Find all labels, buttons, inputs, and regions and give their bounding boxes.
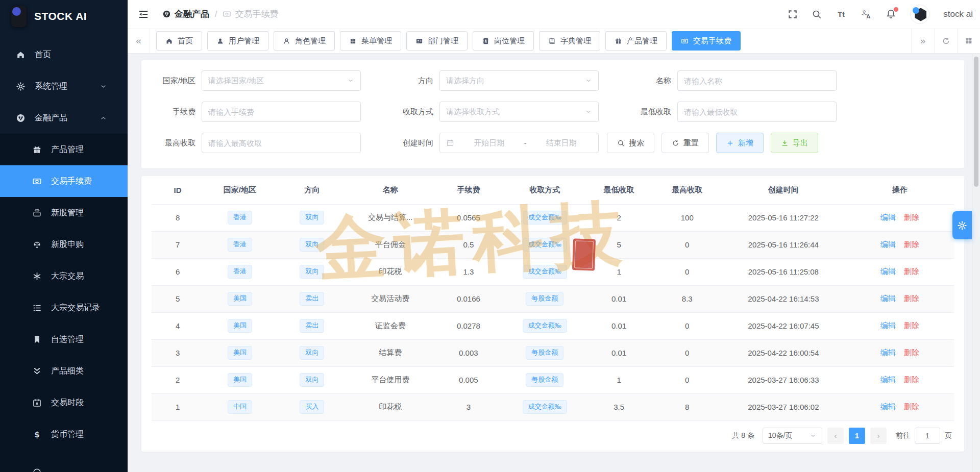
min-charge-input[interactable] xyxy=(677,102,837,122)
edit-link[interactable]: 编辑 xyxy=(880,402,896,411)
book-icon xyxy=(548,37,556,45)
fullscreen-icon[interactable] xyxy=(788,9,798,19)
search-button[interactable]: 搜索 xyxy=(607,133,654,153)
language-icon[interactable]: 文A xyxy=(861,9,872,20)
tab[interactable]: 交易手续费 xyxy=(672,31,741,51)
sidebar-subitem[interactable]: 自选管理 xyxy=(0,324,128,355)
name-input[interactable] xyxy=(677,70,837,91)
tab[interactable]: 用户管理 xyxy=(207,31,268,51)
sidebar-subitem[interactable]: 大宗交易 xyxy=(0,260,128,292)
avatar[interactable] xyxy=(910,5,929,24)
delete-link[interactable]: 删除 xyxy=(904,348,919,357)
tabs-scroll-left-icon[interactable]: « xyxy=(128,29,150,53)
page-1-button[interactable]: 1 xyxy=(849,428,865,444)
text-size-icon[interactable]: Tt xyxy=(836,9,847,20)
money-icon xyxy=(32,177,42,186)
page-size-select[interactable]: 10条/页 xyxy=(763,428,822,444)
delete-link[interactable]: 删除 xyxy=(904,294,919,303)
sidebar-item[interactable]: 系统管理 xyxy=(0,70,128,102)
tab[interactable]: 首页 xyxy=(156,31,202,51)
add-button[interactable]: 新增 xyxy=(716,133,764,153)
calx-icon xyxy=(32,398,42,408)
max-charge-input[interactable] xyxy=(208,139,354,147)
column-header: 方向 xyxy=(276,176,348,204)
cell-id: 2 xyxy=(152,366,204,393)
name-input[interactable] xyxy=(684,77,830,85)
delete-link[interactable]: 删除 xyxy=(904,267,919,276)
sidebar-subitem[interactable]: 产品管理 xyxy=(0,134,128,165)
reset-button[interactable]: 重置 xyxy=(662,133,709,153)
sidebar-fold-icon[interactable] xyxy=(138,9,149,20)
diamond-icon xyxy=(162,10,171,18)
filter-field: 最高收取 xyxy=(149,133,361,153)
cell-fee: 0.003 xyxy=(432,339,504,366)
fee-input[interactable] xyxy=(202,102,361,122)
chevron-down-icon xyxy=(585,77,592,84)
breadcrumb-parent[interactable]: 金融产品 xyxy=(162,8,209,20)
delete-link[interactable]: 删除 xyxy=(904,375,919,384)
sidebar-item[interactable]: 首页 xyxy=(0,39,128,70)
page-scrollbar xyxy=(972,54,980,472)
svg-text:A: A xyxy=(867,13,871,19)
sidebar-subitem[interactable]: 交易时段 xyxy=(0,387,128,418)
sidebar-subitem[interactable]: 产品细类 xyxy=(0,355,128,387)
edit-link[interactable]: 编辑 xyxy=(880,240,896,249)
sidebar-subitem[interactable]: $货币管理 xyxy=(0,418,128,450)
cell-id: 5 xyxy=(152,285,204,312)
sidebar-subitem[interactable]: 交易手续费 xyxy=(0,165,128,197)
edit-link[interactable]: 编辑 xyxy=(880,267,896,276)
search-icon[interactable] xyxy=(812,9,822,19)
direction-select[interactable]: 请选择方向 xyxy=(439,70,599,91)
menu-grid-icon xyxy=(349,37,357,45)
tab[interactable]: 部门管理 xyxy=(406,31,468,51)
min-charge-input[interactable] xyxy=(684,108,830,116)
fee-input[interactable] xyxy=(208,108,354,116)
download-icon xyxy=(781,139,789,147)
tabs-scroll-right-icon[interactable]: » xyxy=(911,29,934,53)
search-button-label: 搜索 xyxy=(629,138,644,148)
delete-link[interactable]: 删除 xyxy=(904,213,919,221)
tab[interactable]: 岗位管理 xyxy=(473,31,534,51)
edit-link[interactable]: 编辑 xyxy=(880,348,896,357)
charge-method-select[interactable]: 请选择收取方式 xyxy=(439,102,599,122)
edit-link[interactable]: 编辑 xyxy=(880,321,896,330)
tab[interactable]: 产品管理 xyxy=(605,31,667,51)
sidebar-subitem[interactable]: 大宗交易记录 xyxy=(0,292,128,324)
goto-page-input[interactable] xyxy=(915,428,940,444)
edit-link[interactable]: 编辑 xyxy=(880,375,896,384)
layout-grid-icon[interactable] xyxy=(957,29,980,53)
cell-fee: 3 xyxy=(432,393,504,420)
cell-direction: 双向 xyxy=(276,366,348,393)
delete-link[interactable]: 删除 xyxy=(904,321,919,330)
scrollbar-thumb[interactable] xyxy=(974,57,978,187)
notification-bell-icon[interactable] xyxy=(886,9,896,19)
delete-link[interactable]: 删除 xyxy=(904,402,919,411)
tab[interactable]: 角色管理 xyxy=(274,31,335,51)
direction-tag: 双向 xyxy=(300,265,324,278)
sidebar-subitem[interactable]: 新股申购 xyxy=(0,229,128,260)
table-row: 3美国双向结算费0.003每股金额0.0102025-04-22 16:00:5… xyxy=(152,339,954,366)
export-button[interactable]: 导出 xyxy=(771,133,818,153)
tab[interactable]: 字典管理 xyxy=(539,31,600,51)
cell-method: 成交金额‰ xyxy=(505,312,585,339)
column-header: 国家/地区 xyxy=(204,176,276,204)
refresh-icon[interactable] xyxy=(934,29,957,53)
edit-link[interactable]: 编辑 xyxy=(880,213,896,221)
chevron-up-icon xyxy=(98,114,109,122)
edit-link[interactable]: 编辑 xyxy=(880,294,896,303)
cell-min: 1 xyxy=(585,258,653,285)
tab[interactable]: 菜单管理 xyxy=(340,31,401,51)
delete-link[interactable]: 删除 xyxy=(904,240,919,249)
next-page-button[interactable]: › xyxy=(870,428,887,444)
cell-fee: 0.0166 xyxy=(432,285,504,312)
sidebar-subitem[interactable]: 新股管理 xyxy=(0,197,128,229)
country-region-select[interactable]: 请选择国家/地区 xyxy=(202,70,361,91)
prev-page-button[interactable]: ‹ xyxy=(827,428,844,444)
created-time-daterange[interactable]: 开始日期-结束日期 xyxy=(439,133,599,153)
theme-settings-gear-icon[interactable] xyxy=(952,211,972,239)
sidebar-subitem[interactable] xyxy=(0,450,128,472)
max-charge-input[interactable] xyxy=(202,133,361,153)
sidebar-item[interactable]: 金融产品 xyxy=(0,102,128,134)
cell-name: 证监会费 xyxy=(348,312,432,339)
filter-actions: 搜索重置新增导出 xyxy=(607,133,818,153)
